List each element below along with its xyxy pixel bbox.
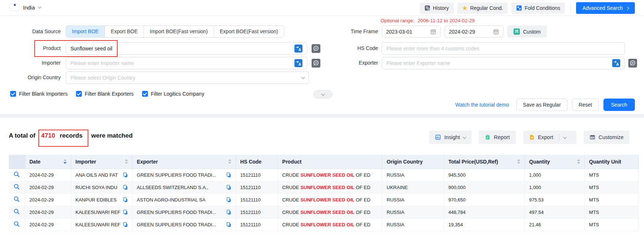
results-table: DateImporterExporterHS CodeProductOrigin… — [9, 155, 639, 231]
report-button[interactable]: Report — [479, 131, 516, 144]
export-icon — [529, 134, 535, 140]
hs-code-input[interactable]: Please enter more than 4 customs codes — [382, 42, 625, 55]
copy-icon[interactable] — [226, 172, 231, 178]
translate-icon[interactable]: A — [294, 45, 302, 53]
origin-country-select[interactable]: Please select Origin Country — [66, 72, 309, 84]
copy-icon[interactable] — [123, 172, 128, 178]
copy-icon[interactable] — [123, 222, 128, 227]
hs-code-cell: 15121110 — [236, 181, 278, 193]
data-source-label: Data Source — [0, 26, 61, 38]
end-date-input[interactable]: 2024-02-29 — [445, 26, 503, 38]
keyword-highlight: SUNFLOWER SEED OIL — [300, 197, 354, 203]
tutorial-link[interactable]: Watch the tutorial demo — [455, 102, 509, 108]
results-section: A total of 4710records were matched Insi… — [0, 118, 644, 238]
tab-import-boe-fast-version[interactable]: Import BOE(Fast version) — [144, 26, 214, 37]
custom-range-button[interactable]: ⌘ Custom — [507, 26, 547, 38]
origin-country-cell: RUSSIA — [382, 218, 444, 231]
table-row: 2024-02-29ANA OILS AND FATGREEN SUPPLIER… — [9, 169, 639, 181]
row-detail-button[interactable] — [9, 181, 25, 193]
table-header-row: DateImporterExporterHS CodeProductOrigin… — [9, 155, 639, 169]
chevron-down-icon — [301, 75, 305, 79]
insight-button[interactable]: Insight — [429, 131, 472, 144]
fold-conditions-button[interactable]: Fold Conditions — [511, 3, 565, 14]
optional-range-hint: Optional range: 2006-11-12 to 2024-02-29 — [381, 18, 475, 23]
checkbox-checked-icon[interactable] — [142, 91, 148, 97]
chevron-down-icon — [38, 5, 41, 8]
translate-icon[interactable]: A — [294, 59, 302, 67]
sort-carets-icon[interactable] — [517, 159, 520, 164]
importer-cell: ANA OILS AND FAT — [71, 169, 132, 181]
checkbox-label: Filter Logitics Company — [151, 91, 204, 97]
history-button[interactable]: History — [420, 3, 454, 14]
magnifier-icon[interactable] — [14, 208, 20, 215]
product-input[interactable]: Sunflower seed oil A — [66, 42, 307, 55]
advanced-search-button[interactable]: Advanced Search — [576, 2, 635, 14]
chevron-down-icon[interactable] — [563, 135, 567, 139]
start-date-input[interactable]: 2023-03-01 — [382, 26, 441, 38]
collapse-conditions-button[interactable] — [313, 90, 332, 99]
column-header-importer[interactable]: Importer — [71, 155, 132, 169]
tab-import-boe[interactable]: Import BOE — [66, 26, 104, 37]
customize-button[interactable]: Customize — [584, 131, 630, 144]
product-cell: CRUDE SUNFLOWER SEED OIL OF ED — [278, 218, 382, 231]
tab-export-boe-fast-version[interactable]: Export BOE(Fast version) — [214, 26, 284, 37]
divider — [559, 134, 559, 141]
country-selector[interactable]: India — [9, 4, 41, 11]
column-label: Quantity — [529, 159, 550, 165]
row-detail-button[interactable] — [9, 193, 25, 206]
copy-icon[interactable] — [226, 210, 231, 215]
row-detail-button[interactable] — [9, 206, 25, 218]
column-header-total-price-usd-ref[interactable]: Total Price(USD,Ref) — [444, 155, 525, 169]
search-button[interactable]: Search — [603, 99, 635, 111]
magnifier-icon[interactable] — [14, 184, 20, 190]
quantity-unit-cell: MTS — [584, 193, 639, 206]
chevron-down-icon — [321, 92, 325, 96]
magnifier-icon[interactable] — [14, 196, 20, 202]
exporter-cell: GREEN SUPPLIERS FOOD TRADI... — [132, 206, 236, 218]
quantity-unit-cell: MTS — [584, 169, 639, 181]
command-icon: ⌘ — [514, 28, 520, 35]
regular-cond-button[interactable]: ★ Regular Cond. — [457, 3, 508, 14]
column-header-quantity[interactable]: Quantity — [525, 155, 584, 169]
importer-cell: KALEESUWARI REF — [71, 218, 132, 231]
reset-button[interactable]: Reset — [572, 99, 599, 111]
checkbox-filter-blank-importers[interactable]: Filter Blank Importers — [10, 91, 68, 97]
country-name: India — [23, 4, 35, 11]
export-button[interactable]: Export — [523, 131, 576, 144]
checkbox-filter-logitics-company[interactable]: Filter Logitics Company — [142, 91, 204, 97]
sort-carets-icon[interactable] — [577, 159, 580, 164]
topbar-actions: History ★ Regular Cond. Fold Conditions … — [420, 2, 635, 14]
total-price-cell: 945,500 — [444, 169, 525, 181]
fuzzy-match-icon[interactable] — [628, 59, 637, 68]
records-annotation-box: 4710records — [38, 130, 88, 147]
time-frame-label: Time Frame — [317, 26, 378, 38]
copy-icon[interactable] — [226, 222, 231, 227]
tab-export-boe[interactable]: Export BOE — [104, 26, 144, 37]
column-header-exporter[interactable]: Exporter — [132, 155, 236, 169]
checkbox-filter-blank-exporters[interactable]: Filter Blank Exporters — [76, 91, 134, 97]
checkbox-checked-icon[interactable] — [10, 91, 16, 97]
origin-country-label: Origin Country — [0, 72, 61, 84]
sort-carets-icon[interactable] — [64, 159, 66, 164]
sort-carets-icon[interactable] — [228, 159, 231, 164]
copy-icon[interactable] — [226, 197, 231, 203]
results-toolbar: Insight Report Export Customize — [429, 131, 629, 144]
row-detail-button[interactable] — [9, 218, 25, 231]
copy-icon[interactable] — [123, 185, 128, 190]
sort-carets-icon[interactable] — [125, 159, 128, 164]
column-header-date[interactable]: Date — [25, 155, 71, 169]
keyword-highlight: SUNFLOWER SEED OIL — [300, 210, 354, 215]
magnifier-icon[interactable] — [14, 221, 20, 227]
copy-icon[interactable] — [123, 197, 128, 203]
translate-icon[interactable]: A — [612, 59, 620, 67]
save-as-regular-button[interactable]: Save as Regular — [517, 99, 568, 111]
copy-icon[interactable] — [123, 210, 128, 215]
exporter-input[interactable]: Please enter Exporter name A — [382, 57, 625, 69]
exporter-cell-text: GREEN SUPPLIERS FOOD TRADI... — [137, 210, 216, 215]
checkbox-label: Filter Blank Importers — [19, 91, 68, 97]
checkbox-checked-icon[interactable] — [76, 91, 82, 97]
importer-input[interactable]: Please enter Importer name A — [66, 57, 307, 69]
copy-icon[interactable] — [226, 185, 231, 190]
row-detail-button[interactable] — [9, 169, 25, 181]
magnifier-icon[interactable] — [14, 171, 20, 177]
